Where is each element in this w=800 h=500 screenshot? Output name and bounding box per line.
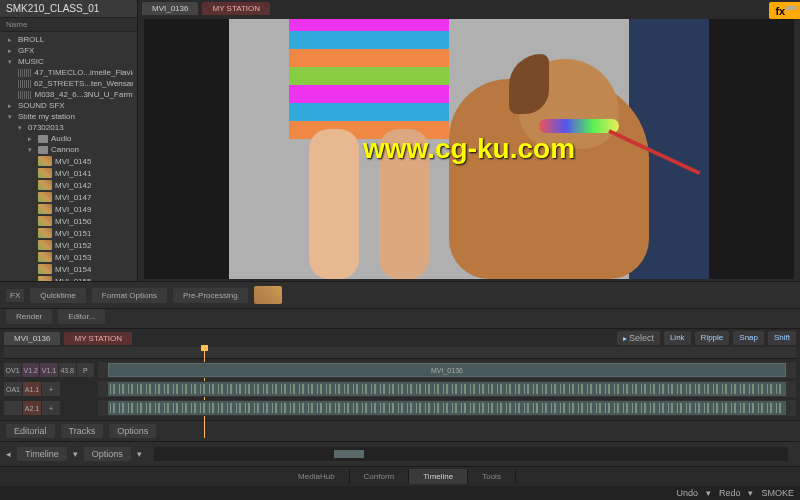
fx-thumbnail[interactable] (254, 286, 282, 304)
tree-clip-audio[interactable]: 47_TIMECLO...imelle_Flavio (0, 67, 137, 78)
tree-folder[interactable]: ▾07302013 (0, 122, 137, 133)
select-mode-button[interactable]: ▸ Select (617, 331, 660, 345)
tree-folder[interactable]: ▾MUSIC (0, 56, 137, 67)
track-v1-2-toggle[interactable]: V1.2 (22, 363, 39, 377)
ripple-toggle[interactable]: Ripple (695, 331, 730, 345)
tree-clip-audio[interactable]: 62_STREETS...ten_Wensarth (0, 78, 137, 89)
audio-clip[interactable] (108, 382, 786, 396)
undo-dropdown-icon[interactable]: ▾ (706, 488, 711, 498)
name-column-header[interactable]: Name (0, 18, 137, 32)
video-track-body[interactable]: MVI_0136 (98, 362, 796, 378)
tree-clip-video[interactable]: MVI_0142 (0, 179, 137, 191)
options-button-2[interactable]: Options (84, 447, 131, 461)
disclosure-icon: ▾ (18, 124, 25, 132)
timeline-tab[interactable]: MY STATION (64, 332, 132, 345)
chevron-left-icon[interactable]: ◂ (6, 449, 11, 459)
video-clip[interactable]: MVI_0136 (108, 363, 786, 377)
tree-clip-video[interactable]: MVI_0151 (0, 227, 137, 239)
thumbnail-icon (38, 216, 52, 226)
track-p-toggle[interactable]: P (77, 363, 94, 377)
editorial-button[interactable]: Editorial (6, 424, 55, 438)
timeline-tab[interactable]: MVI_0136 (4, 332, 60, 345)
shift-toggle[interactable]: Shift (768, 331, 796, 345)
options-button[interactable]: Options (109, 424, 156, 438)
tree-clip-video[interactable]: MVI_0147 (0, 191, 137, 203)
viewer[interactable]: www.cg-ku.com (144, 19, 794, 279)
tree-clip-video[interactable]: MVI_0141 (0, 167, 137, 179)
fx-toolbar: FX Quicktime Format Options Pre-Processi… (0, 281, 800, 308)
waveform-icon (110, 384, 784, 394)
viewer-tab[interactable]: MVI_0136 (142, 2, 198, 15)
waveform-icon (18, 80, 31, 88)
disclosure-icon: ▸ (8, 36, 15, 44)
track-oa-toggle[interactable]: OA1 (4, 382, 22, 396)
thumbnail-icon (38, 252, 52, 262)
tree-folder[interactable]: ▸GFX (0, 45, 137, 56)
tree-clip-video[interactable]: MVI_0154 (0, 263, 137, 275)
workspace-tab-mediahub[interactable]: MediaHub (284, 469, 349, 484)
viewer-tab[interactable]: MY STATION (202, 2, 270, 15)
tracks-button[interactable]: Tracks (61, 424, 104, 438)
tree-folder[interactable]: ▸BROLL (0, 34, 137, 45)
format-options-button[interactable]: Format Options (92, 288, 167, 303)
mini-timeline[interactable] (154, 447, 788, 461)
tree-clip-video[interactable]: MVI_0152 (0, 239, 137, 251)
workspace-tab-timeline[interactable]: Timeline (409, 469, 468, 484)
project-title: SMK210_CLASS_01 (0, 0, 137, 18)
tree-clip-video[interactable]: MVI_0145 (0, 155, 137, 167)
tree-folder[interactable]: ▾Cannon (0, 144, 137, 155)
thumbnail-icon (38, 156, 52, 166)
disclosure-icon: ▸ (28, 135, 35, 143)
track-v1-1-toggle[interactable]: V1.1 (40, 363, 57, 377)
snap-toggle[interactable]: Snap (733, 331, 764, 345)
fxphd-badge: fxphd (769, 2, 800, 19)
tree-clip-video[interactable]: MVI_0153 (0, 251, 137, 263)
track-a1-toggle[interactable]: A1.1 (23, 382, 41, 396)
folder-icon (38, 146, 48, 154)
track-a2-toggle[interactable]: A2.1 (23, 401, 41, 415)
tree-clip-video[interactable]: MVI_0149 (0, 203, 137, 215)
video-frame (229, 19, 709, 279)
chevron-down-icon[interactable]: ▾ (73, 449, 78, 459)
tree-folder[interactable]: ▸SOUND SFX (0, 100, 137, 111)
render-button[interactable]: Render (6, 309, 52, 324)
fx-toolbar-2: Render Editor... (0, 308, 800, 328)
thumbnail-icon (38, 240, 52, 250)
track-ov-toggle[interactable]: OV1 (4, 363, 21, 377)
workspace-tab-tools[interactable]: Tools (468, 469, 516, 484)
workspace-tab-conform[interactable]: Conform (350, 469, 410, 484)
timeline-ruler[interactable] (4, 347, 796, 359)
audio-track-body[interactable] (98, 381, 796, 397)
timeline-button[interactable]: Timeline (17, 447, 67, 461)
status-bar: Undo ▾ Redo ▾ SMOKE (0, 486, 800, 500)
undo-button[interactable]: Undo (676, 488, 698, 498)
quicktime-button[interactable]: Quicktime (30, 288, 86, 303)
track-src-toggle[interactable]: 43.8 (59, 363, 76, 377)
project-panel: SMK210_CLASS_01 Name ▸BROLL ▸GFX ▾MUSIC … (0, 0, 138, 281)
mini-clip[interactable] (334, 450, 364, 458)
audio-clip[interactable] (108, 401, 786, 415)
link-toggle[interactable]: Link (664, 331, 691, 345)
folder-icon (38, 135, 48, 143)
project-tree: ▸BROLL ▸GFX ▾MUSIC 47_TIMECLO...imelle_F… (0, 32, 137, 281)
audio-track-body[interactable] (98, 400, 796, 416)
editor-button[interactable]: Editor... (58, 309, 105, 324)
waveform-icon (18, 91, 31, 99)
video-track: OV1 V1.2 V1.1 43.8 P MVI_0136 (4, 361, 796, 379)
tree-folder[interactable]: ▾Sbite my station (0, 111, 137, 122)
thumbnail-icon (38, 264, 52, 274)
smoke-label: SMOKE (761, 488, 794, 498)
chevron-down-icon[interactable]: ▾ (137, 449, 142, 459)
disclosure-icon: ▾ (28, 146, 35, 154)
waveform-icon (110, 403, 784, 413)
fx-label: FX (6, 289, 24, 302)
redo-dropdown-icon[interactable]: ▾ (748, 488, 753, 498)
thumbnail-icon (38, 204, 52, 214)
tree-clip-audio[interactable]: M038_42_6...3NU_U_Farms (0, 89, 137, 100)
redo-button[interactable]: Redo (719, 488, 741, 498)
tree-clip-video[interactable]: MVI_0150 (0, 215, 137, 227)
preprocessing-button[interactable]: Pre-Processing (173, 288, 248, 303)
timeline-panel: MVI_0136 MY STATION ▸ Select Link Ripple… (0, 328, 800, 420)
tree-folder[interactable]: ▸Audio (0, 133, 137, 144)
thumbnail-icon (38, 192, 52, 202)
